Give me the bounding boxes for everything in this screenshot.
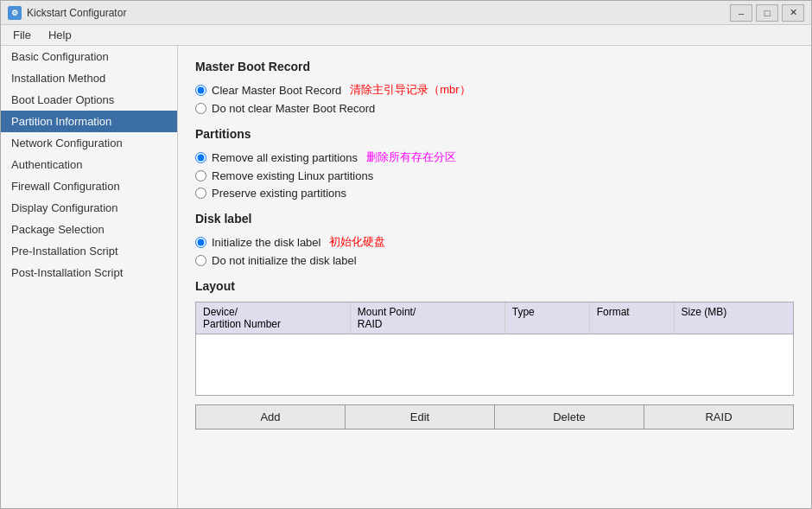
menu-file[interactable]: File (4, 27, 40, 43)
close-button[interactable]: ✕ (782, 4, 804, 22)
col-size: Size (MB) (675, 302, 793, 334)
layout-table: Device/Partition Number Mount Point/RAID… (196, 302, 793, 334)
sidebar-item-network-configuration[interactable]: Network Configuration (1, 132, 177, 154)
layout-buttons: Add Edit Delete RAID (195, 404, 794, 429)
sidebar-item-post-installation-script[interactable]: Post-Installation Script (1, 262, 177, 283)
sidebar-item-package-selection[interactable]: Package Selection (1, 219, 177, 240)
sidebar-item-boot-loader-options[interactable]: Boot Loader Options (1, 89, 177, 111)
initialize-disk-label: Initialize the disk label (212, 236, 320, 249)
add-button[interactable]: Add (195, 404, 346, 429)
no-initialize-disk-label: Do not initialize the disk label (212, 254, 357, 267)
sidebar-item-pre-installation-script[interactable]: Pre-Installation Script (1, 240, 177, 262)
partition-option-3: Preserve existing partitions (195, 187, 794, 200)
sidebar-item-display-configuration[interactable]: Display Configuration (1, 197, 177, 219)
maximize-button[interactable]: □ (756, 4, 778, 22)
preserve-radio[interactable] (195, 188, 206, 199)
raid-button[interactable]: RAID (644, 404, 794, 429)
sidebar-item-firewall-configuration[interactable]: Firewall Configuration (1, 175, 177, 197)
partitions-radio-group: Remove all existing partitions 删除所有存在分区 … (195, 150, 794, 200)
clear-mbr-label: Clear Master Boot Record (212, 84, 341, 97)
no-clear-mbr-label: Do not clear Master Boot Record (212, 102, 375, 115)
no-clear-mbr-radio[interactable] (195, 103, 206, 114)
title-bar: ⚙ Kickstart Configurator – □ ✕ (1, 1, 811, 25)
disk-label-section-title: Disk label (195, 212, 794, 226)
col-mount: Mount Point/RAID (351, 302, 505, 334)
disk-label-option-1: Initialize the disk label 初始化硬盘 (195, 234, 794, 250)
menu-help[interactable]: Help (40, 27, 80, 43)
initialize-disk-annotation: 初始化硬盘 (329, 234, 385, 250)
disk-label-option-2: Do not initialize the disk label (195, 254, 794, 267)
layout-section-title: Layout (195, 279, 794, 293)
main-window: ⚙ Kickstart Configurator – □ ✕ File Help… (0, 0, 812, 509)
mbr-section-title: Master Boot Record (195, 60, 794, 73)
clear-mbr-annotation: 清除主引导记录（mbr） (350, 82, 470, 98)
main-panel: Master Boot Record Clear Master Boot Rec… (178, 46, 811, 508)
layout-table-container: Device/Partition Number Mount Point/RAID… (195, 302, 794, 396)
layout-section: Layout Device/Partition Number Mount Poi… (195, 279, 794, 429)
mbr-radio-group: Clear Master Boot Record 清除主引导记录（mbr） Do… (195, 82, 794, 115)
remove-linux-label: Remove existing Linux partitions (212, 169, 373, 182)
preserve-label: Preserve existing partitions (212, 187, 346, 200)
partition-option-1: Remove all existing partitions 删除所有存在分区 (195, 150, 794, 165)
app-icon: ⚙ (8, 6, 22, 20)
sidebar-item-partition-information[interactable]: Partition Information (1, 111, 177, 132)
window-title: Kickstart Configurator (27, 7, 730, 19)
remove-all-radio[interactable] (195, 152, 206, 163)
sidebar-item-basic-configuration[interactable]: Basic Configuration (1, 46, 177, 67)
initialize-disk-radio[interactable] (195, 237, 206, 248)
clear-mbr-radio[interactable] (195, 85, 206, 96)
no-initialize-disk-radio[interactable] (195, 255, 206, 266)
remove-linux-radio[interactable] (195, 170, 206, 181)
menu-bar: File Help (1, 25, 811, 46)
delete-button[interactable]: Delete (494, 404, 644, 429)
partitions-section-title: Partitions (195, 127, 794, 141)
remove-all-annotation: 删除所有存在分区 (366, 150, 456, 165)
sidebar-item-installation-method[interactable]: Installation Method (1, 67, 177, 89)
partition-option-2: Remove existing Linux partitions (195, 169, 794, 182)
disk-label-radio-group: Initialize the disk label 初始化硬盘 Do not i… (195, 234, 794, 267)
layout-empty-body (196, 334, 793, 395)
mbr-option-2: Do not clear Master Boot Record (195, 102, 794, 115)
sidebar-item-authentication[interactable]: Authentication (1, 154, 177, 175)
col-type: Type (505, 302, 590, 334)
mbr-option-1: Clear Master Boot Record 清除主引导记录（mbr） (195, 82, 794, 98)
minimize-button[interactable]: – (730, 4, 752, 22)
content-area: Basic ConfigurationInstallation MethodBo… (1, 46, 811, 508)
window-controls: – □ ✕ (730, 4, 804, 22)
sidebar: Basic ConfigurationInstallation MethodBo… (1, 46, 178, 508)
remove-all-label: Remove all existing partitions (212, 151, 358, 164)
edit-button[interactable]: Edit (345, 404, 495, 429)
col-format: Format (590, 302, 675, 334)
col-device: Device/Partition Number (196, 302, 351, 334)
